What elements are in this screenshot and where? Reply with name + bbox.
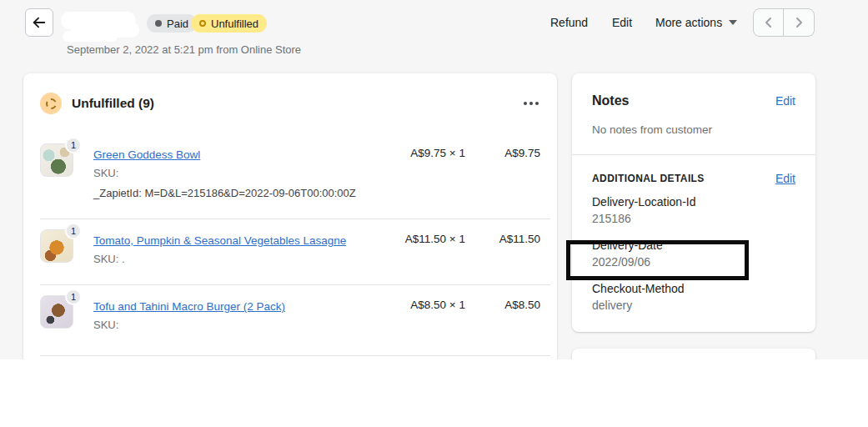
card-overflow-menu-button[interactable] [522,97,540,110]
refund-button-label: Refund [550,16,588,29]
unfulfilled-dot-icon [199,20,206,27]
detail-label: Delivery-Location-Id [592,195,795,208]
notes-card: Notes Edit No notes from customer ADDITI… [572,73,815,332]
quantity-badge: 1 [65,223,82,239]
order-date-subtitle: September 2, 2022 at 5:21 pm from Online… [67,43,301,56]
status-badge-unfulfilled: Unfulfilled [191,14,267,33]
unfulfilled-card: Unfulfilled (9) 1 Green Goddess Bowl SKU… [23,73,557,359]
more-actions-button[interactable]: More actions [655,16,737,29]
edit-button-label: Edit [612,16,632,29]
next-order-button[interactable] [784,9,814,36]
unit-price: A$11.50 × 1 [365,219,465,284]
previous-order-button[interactable] [754,9,784,36]
unfulfilled-badge-label: Unfulfilled [211,18,258,30]
sku-text: SKU: [93,167,365,179]
paid-badge-label: Paid [167,18,188,30]
redacted-order-title [63,31,118,42]
page-background: Paid Unfulfilled Refund Edit More action… [0,0,868,359]
product-link[interactable]: Tomato, Pumpkin & Seasonal Vegetables La… [93,234,346,247]
paid-dot-icon [155,20,162,27]
unfulfilled-card-title: Unfulfilled (9) [72,96,522,111]
refund-button[interactable]: Refund [550,16,588,29]
chevron-left-icon [764,17,774,28]
detail-label: Checkout-Method [592,282,795,295]
detail-field: Delivery-Location-Id 215186 [572,185,815,225]
edit-notes-link[interactable]: Edit [775,94,795,108]
notes-empty-text: No notes from customer [572,108,815,136]
line-item-body: Green Goddess Bowl SKU: _ZapietId: M=D&L… [73,133,365,219]
additional-details-heading: ADDITIONAL DETAILS [592,173,705,184]
more-actions-label: More actions [655,16,722,29]
product-thumbnail-wrap: 1 [40,295,73,355]
line-item-property: _ZapietId: M=D&L=215186&D=2022-09-06T00:… [93,187,365,199]
line-item: 1 Green Goddess Bowl SKU: _ZapietId: M=D… [23,133,557,219]
line-total: A$8.50 [465,285,540,355]
divider [40,355,550,356]
line-item: 1 Tomato, Pumpkin & Seasonal Vegetables … [23,219,557,284]
unit-price: A$8.50 × 1 [365,285,465,355]
line-total: A$11.50 [465,219,540,284]
line-total: A$9.75 [465,133,540,219]
detail-value: delivery [592,299,795,312]
product-link[interactable]: Tofu and Tahini Macro Burger (2 Pack) [93,300,285,313]
line-item: 1 Tofu and Tahini Macro Burger (2 Pack) … [23,285,557,355]
quantity-badge: 1 [65,289,82,305]
unfulfilled-status-icon [40,93,62,114]
sku-text: SKU: . [93,253,365,265]
detail-value: 215186 [592,212,795,225]
chevron-right-icon [794,17,804,28]
next-sidebar-card [572,349,815,359]
unfulfilled-card-header: Unfulfilled (9) [23,73,557,133]
quantity-badge: 1 [65,137,82,153]
unit-price: A$9.75 × 1 [365,133,465,219]
highlight-box [566,240,749,280]
line-item-body: Tofu and Tahini Macro Burger (2 Pack) SK… [73,285,365,355]
back-button[interactable] [25,8,53,37]
horizontal-dots-icon [524,102,527,105]
edit-additional-details-link[interactable]: Edit [775,172,795,185]
status-badge-paid: Paid [147,14,197,33]
back-arrow-icon [32,15,47,30]
order-page: Paid Unfulfilled Refund Edit More action… [0,0,868,427]
order-pager [753,8,815,37]
product-thumbnail-wrap: 1 [40,229,73,284]
chevron-down-icon [729,20,737,25]
edit-order-button[interactable]: Edit [612,16,632,29]
sku-text: SKU: [93,319,365,331]
product-thumbnail-wrap: 1 [40,143,73,219]
product-link[interactable]: Green Goddess Bowl [93,148,200,161]
notes-title: Notes [592,93,629,108]
line-item-body: Tomato, Pumpkin & Seasonal Vegetables La… [73,219,365,284]
